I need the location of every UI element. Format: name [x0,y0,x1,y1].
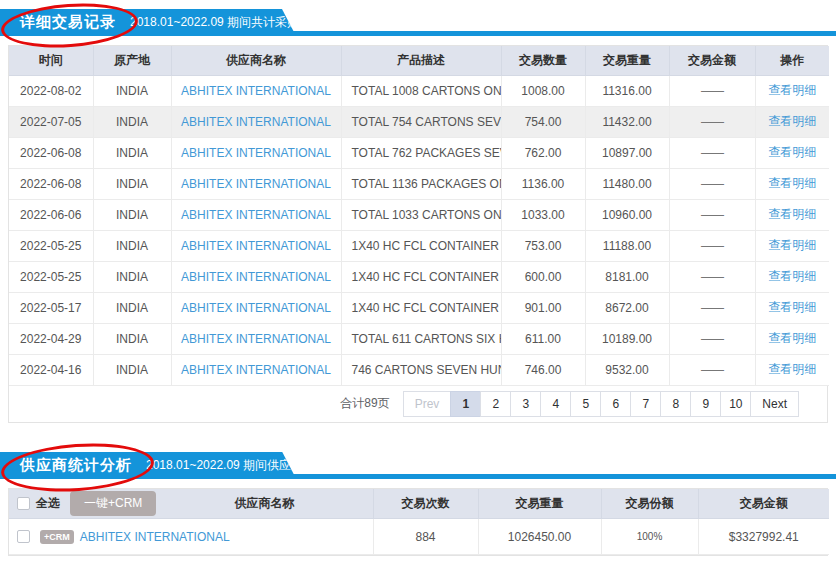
transaction-amount-cell: $3327992.41 [698,519,829,555]
page-button-2[interactable]: 2 [480,391,511,417]
quantity-cell: 901.00 [501,292,585,323]
page-button-5[interactable]: 5 [570,391,601,417]
origin-cell: INDIA [93,106,171,137]
quantity-cell: 1008.00 [501,75,585,106]
supplier-link-cell: ABHITEX INTERNATIONAL [171,137,341,168]
supplier-link[interactable]: ABHITEX INTERNATIONAL [181,239,331,253]
view-detail-link-cell: 查看明细 [755,261,829,292]
supplier-table: 全选 一键+CRM 供应商名称 交易次数 交易重量 交易份额 交易金额 [8,488,828,557]
transactions-header: 详细交易记录 2018.01~2022.09 期间共计采购 884 次 [0,9,836,36]
page-button-4[interactable]: 4 [540,391,571,417]
column-header: 交易重量 [478,489,601,519]
prev-page-button[interactable]: Prev [403,391,452,417]
description-cell: TOTAL 1136 PACKAGES ONE... [341,168,501,199]
supplier-link[interactable]: ABHITEX INTERNATIONAL [80,530,230,544]
origin-cell: INDIA [93,261,171,292]
quantity-cell: 1033.00 [501,199,585,230]
view-detail-link-cell: 查看明细 [755,230,829,261]
quantity-cell: 753.00 [501,230,585,261]
weight-cell: 11480.00 [585,168,669,199]
quantity-cell: 611.00 [501,323,585,354]
weight-cell: 11432.00 [585,106,669,137]
origin-cell: INDIA [93,292,171,323]
origin-cell: INDIA [93,230,171,261]
table-row: 2022-06-08INDIAABHITEX INTERNATIONALTOTA… [9,168,829,199]
table-row: 2022-04-16INDIAABHITEX INTERNATIONAL746 … [9,354,829,385]
view-detail-link[interactable]: 查看明细 [768,83,816,97]
quantity-cell: 1136.00 [501,168,585,199]
supplier-link[interactable]: ABHITEX INTERNATIONAL [181,115,331,129]
view-detail-link[interactable]: 查看明细 [768,207,816,221]
column-header: 供应商名称 [171,46,341,75]
section-subtitle: 2018.01~2022.09 期间共计采购 884 次 [130,14,338,31]
date-cell: 2022-05-25 [9,230,93,261]
page-button-8[interactable]: 8 [660,391,691,417]
supplier-link[interactable]: ABHITEX INTERNATIONAL [181,84,331,98]
supplier-stats-header: 供应商统计分析 2018.01~2022.09 期间供应商共计 1 个 [0,452,836,479]
view-detail-link[interactable]: 查看明细 [768,238,816,252]
quantity-cell: 746.00 [501,354,585,385]
weight-cell: 11188.00 [585,230,669,261]
page-button-9[interactable]: 9 [690,391,721,417]
supplier-link[interactable]: ABHITEX INTERNATIONAL [181,146,331,160]
view-detail-link-cell: 查看明细 [755,168,829,199]
origin-cell: INDIA [93,199,171,230]
supplier-link[interactable]: ABHITEX INTERNATIONAL [181,332,331,346]
supplier-link-cell: ABHITEX INTERNATIONAL [171,230,341,261]
page-total-label: 合计89页 [340,395,389,412]
column-header: 交易份额 [601,489,698,519]
supplier-row: +CRM ABHITEX INTERNATIONAL 884 1026450.0… [9,519,829,555]
subtitle-unit: 个 [337,458,352,472]
view-detail-link[interactable]: 查看明细 [768,331,816,345]
supplier-count-highlight: 1 [330,458,337,472]
table-row: 2022-07-05INDIAABHITEX INTERNATIONALTOTA… [9,106,829,137]
table-row: 2022-06-08INDIAABHITEX INTERNATIONALTOTA… [9,137,829,168]
column-header: 原产地 [93,46,171,75]
view-detail-link[interactable]: 查看明细 [768,362,816,376]
date-cell: 2022-06-08 [9,168,93,199]
column-header: 交易金额 [669,46,755,75]
add-all-crm-button[interactable]: 一键+CRM [70,491,156,516]
page-button-10[interactable]: 10 [720,391,751,417]
transaction-count-cell: 884 [373,519,478,555]
weight-cell: 8672.00 [585,292,669,323]
section-title: 供应商统计分析 [20,456,132,475]
supplier-link-cell: ABHITEX INTERNATIONAL [171,354,341,385]
supplier-link[interactable]: ABHITEX INTERNATIONAL [181,177,331,191]
crm-badge[interactable]: +CRM [40,530,74,544]
date-cell: 2022-06-08 [9,137,93,168]
select-all-checkbox[interactable] [17,497,30,510]
section-title: 详细交易记录 [20,13,116,32]
view-detail-link[interactable]: 查看明细 [768,145,816,159]
purchase-count-highlight: 884 [302,15,322,29]
transactions-section: 详细交易记录 2018.01~2022.09 期间共计采购 884 次 时间原产… [0,9,836,423]
description-cell: 1X40 HC FCL CONTAINER S... [341,261,501,292]
page-button-6[interactable]: 6 [600,391,631,417]
view-detail-link[interactable]: 查看明细 [768,114,816,128]
description-cell: TOTAL 762 PACKAGES SEVE... [341,137,501,168]
date-cell: 2022-05-17 [9,292,93,323]
supplier-link-cell: ABHITEX INTERNATIONAL [171,292,341,323]
supplier-link[interactable]: ABHITEX INTERNATIONAL [181,301,331,315]
supplier-link[interactable]: ABHITEX INTERNATIONAL [181,363,331,377]
subtitle-text: 2018.01~2022.09 期间供应商共计 [146,458,330,472]
weight-cell: 10189.00 [585,323,669,354]
page-button-1[interactable]: 1 [450,391,481,417]
supplier-link-cell: ABHITEX INTERNATIONAL [171,261,341,292]
view-detail-link[interactable]: 查看明细 [768,300,816,314]
next-page-button[interactable]: Next [750,391,799,417]
origin-cell: INDIA [93,323,171,354]
table-row: 2022-05-17INDIAABHITEX INTERNATIONAL1X40… [9,292,829,323]
supplier-link[interactable]: ABHITEX INTERNATIONAL [181,208,331,222]
origin-cell: INDIA [93,137,171,168]
row-checkbox[interactable] [17,530,30,543]
view-detail-link-cell: 查看明细 [755,137,829,168]
view-detail-link[interactable]: 查看明细 [768,176,816,190]
origin-cell: INDIA [93,354,171,385]
date-cell: 2022-06-06 [9,199,93,230]
view-detail-link[interactable]: 查看明细 [768,269,816,283]
amount-cell: —— [669,323,755,354]
page-button-3[interactable]: 3 [510,391,541,417]
page-button-7[interactable]: 7 [630,391,661,417]
supplier-link[interactable]: ABHITEX INTERNATIONAL [181,270,331,284]
